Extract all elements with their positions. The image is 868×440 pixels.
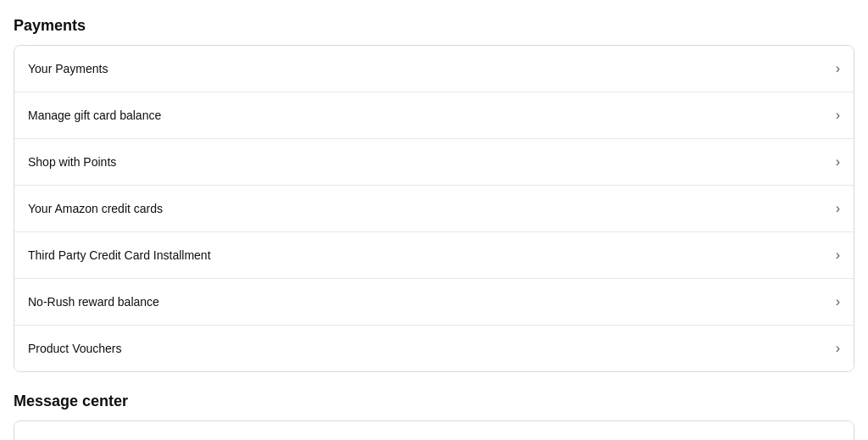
chevron-right-icon: › — [836, 437, 840, 440]
chevron-right-icon: › — [836, 341, 840, 356]
message-center-section: Message center Your Messages› — [14, 393, 854, 440]
payments-section: Payments Your Payments›Manage gift card … — [14, 17, 854, 372]
message-center-item-your-messages[interactable]: Your Messages› — [14, 421, 854, 440]
payments-item-label-your-payments: Your Payments — [28, 62, 108, 75]
payments-item-label-third-party-credit-card-installment: Third Party Credit Card Installment — [28, 248, 211, 262]
payments-item-label-manage-gift-card-balance: Manage gift card balance — [28, 109, 161, 122]
chevron-right-icon: › — [836, 108, 840, 123]
chevron-right-icon: › — [836, 294, 840, 309]
payments-item-no-rush-reward-balance[interactable]: No-Rush reward balance› — [14, 279, 854, 326]
message-center-section-title: Message center — [14, 393, 854, 410]
chevron-right-icon: › — [836, 154, 840, 170]
message-center-card: Your Messages› — [14, 421, 854, 440]
chevron-right-icon: › — [836, 61, 840, 76]
chevron-right-icon: › — [836, 248, 840, 263]
payments-item-product-vouchers[interactable]: Product Vouchers› — [14, 326, 854, 371]
payments-item-label-no-rush-reward-balance: No-Rush reward balance — [28, 295, 159, 309]
payments-item-your-payments[interactable]: Your Payments› — [14, 46, 854, 92]
payments-item-your-amazon-credit-cards[interactable]: Your Amazon credit cards› — [14, 186, 854, 232]
payments-item-label-product-vouchers: Product Vouchers — [28, 342, 122, 355]
payments-item-label-shop-with-points: Shop with Points — [28, 155, 116, 169]
payments-card: Your Payments›Manage gift card balance›S… — [14, 45, 854, 372]
payments-item-manage-gift-card-balance[interactable]: Manage gift card balance› — [14, 92, 854, 139]
chevron-right-icon: › — [836, 201, 840, 216]
payments-item-third-party-credit-card-installment[interactable]: Third Party Credit Card Installment› — [14, 232, 854, 279]
payments-item-label-your-amazon-credit-cards: Your Amazon credit cards — [28, 202, 163, 215]
payments-section-title: Payments — [14, 17, 854, 35]
payments-item-shop-with-points[interactable]: Shop with Points› — [14, 139, 854, 186]
